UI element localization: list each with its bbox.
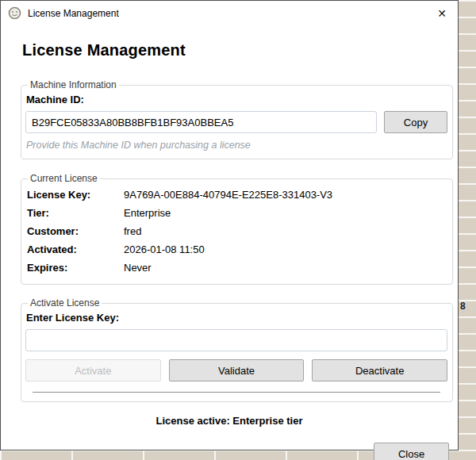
close-button[interactable]: Close (374, 443, 449, 460)
background-cell-value: 8 (460, 301, 466, 312)
activate-license-legend: Activate License (28, 297, 102, 309)
customer-value: fred (124, 225, 447, 237)
separator-line (33, 392, 440, 393)
activate-license-group: Activate License Enter License Key: Acti… (21, 297, 453, 402)
close-icon[interactable]: ✕ (426, 1, 458, 25)
license-management-dialog: License Management ✕ License Management … (0, 0, 459, 450)
titlebar: License Management ✕ (1, 1, 458, 25)
current-license-group: Current License License Key: 9A769A-00E8… (21, 173, 453, 285)
machine-id-label: Machine ID: (26, 94, 447, 105)
copy-button[interactable]: Copy (384, 111, 447, 133)
machine-information-legend: Machine Information (28, 79, 119, 90)
expires-value: Never (124, 262, 447, 274)
license-key-value: 9A769A-00E884-40794E-E225E8-331403-V3 (124, 189, 447, 201)
deactivate-button[interactable]: Deactivate (312, 359, 447, 381)
machine-information-group: Machine Information Machine ID: Copy Pro… (21, 79, 453, 159)
activate-button[interactable]: Activate (25, 359, 161, 381)
app-icon (8, 6, 21, 20)
tier-label: Tier: (27, 207, 124, 219)
machine-id-caption: Provide this Machine ID when purchasing … (26, 140, 447, 151)
page-title: License Management (22, 41, 458, 59)
tier-value: Enterprise (124, 207, 447, 219)
window-title: License Management (28, 8, 119, 19)
machine-id-input[interactable] (25, 111, 377, 133)
license-key-input[interactable] (25, 329, 447, 351)
validate-button[interactable]: Validate (169, 359, 305, 381)
license-key-label: License Key: (27, 189, 124, 201)
status-text: License active: Enterprise tier (1, 415, 458, 427)
activated-label: Activated: (27, 243, 124, 255)
enter-license-key-label: Enter License Key: (26, 312, 447, 324)
current-license-legend: Current License (28, 173, 100, 184)
activated-value: 2026-01-08 11:50 (124, 243, 447, 255)
customer-label: Customer: (27, 225, 124, 237)
expires-label: Expires: (27, 262, 124, 274)
